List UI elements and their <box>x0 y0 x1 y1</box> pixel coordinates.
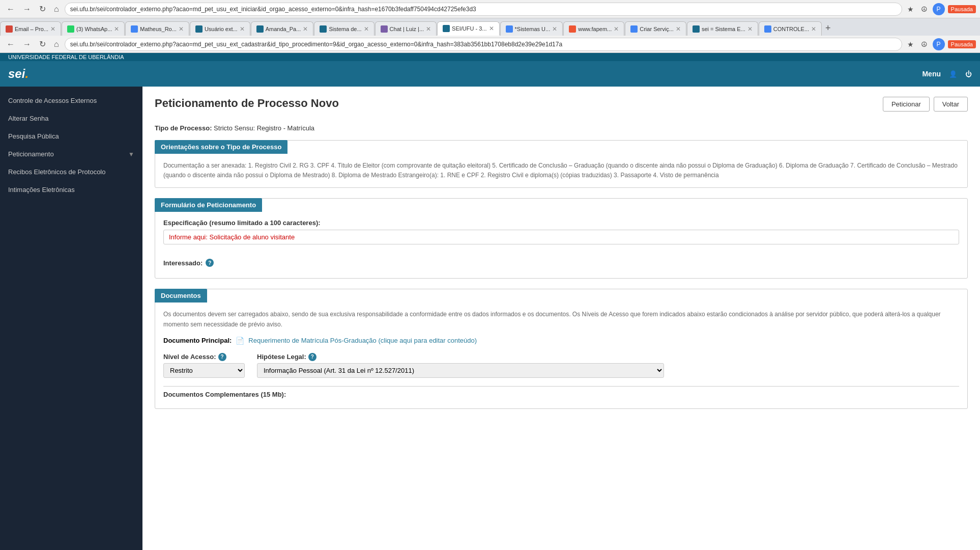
especificacao-input[interactable] <box>163 230 959 244</box>
sidebar-item-pesquisa-publica[interactable]: Pesquisa Pública <box>0 127 142 145</box>
page-title: Peticionamento de Processo Novo <box>155 97 968 110</box>
formulario-header-wrap: Formulário de Peticionamento <box>155 199 967 212</box>
tab-close[interactable]: ✕ <box>303 25 308 33</box>
tab-close[interactable]: ✕ <box>240 25 245 33</box>
sidebar-item-controle-acessos[interactable]: Controle de Acessos Externos <box>0 92 142 109</box>
forward-button[interactable]: → <box>20 4 34 15</box>
tab-sei-active[interactable]: SEI/UFU - 3... ✕ <box>437 21 499 36</box>
doc-principal-row: Documento Principal: 📄 Requerimento de M… <box>163 337 959 345</box>
formulario-content: Especificação (resumo limitado a 100 car… <box>155 212 967 278</box>
formulario-section: Formulário de Peticionamento Especificaç… <box>155 198 968 279</box>
sidebar-item-alterar-senha[interactable]: Alterar Senha <box>0 109 142 127</box>
pause-button[interactable]: Pausada <box>948 5 976 13</box>
tab-label: Matheus_Ro... <box>140 26 177 32</box>
tab-close[interactable]: ✕ <box>811 25 816 33</box>
nivel-acesso-select[interactable]: Restrito Público Sigiloso <box>163 363 245 378</box>
divider <box>163 386 959 387</box>
forward-button-2[interactable]: → <box>20 39 34 50</box>
tab-sistema[interactable]: Sistema de... ✕ <box>314 21 374 36</box>
tab-sei-sistema[interactable]: sei = Sistema E... ✕ <box>687 21 758 36</box>
documentos-header: Documentos <box>155 289 207 302</box>
tab-close[interactable]: ✕ <box>489 25 494 32</box>
tab-favicon <box>569 25 576 33</box>
hipotese-help-icon[interactable]: ? <box>308 353 316 361</box>
sidebar-item-intimacoes[interactable]: Intimações Eletrônicas <box>0 181 142 199</box>
tab-favicon <box>256 25 264 33</box>
reload-button[interactable]: ↻ <box>37 3 48 15</box>
sidebar-item-peticionamento[interactable]: Peticionamento ▼ <box>0 145 142 163</box>
extensions-button-2[interactable]: ☮ <box>919 39 930 49</box>
tab-label: Email – Pro... <box>15 26 48 32</box>
tab-amanda[interactable]: Amanda_Pa... ✕ <box>251 21 314 36</box>
nivel-acesso-label: Nível de Acesso: ? <box>163 353 245 361</box>
tab-label: Chat | Luiz |... <box>390 26 424 32</box>
home-button-2[interactable]: ⌂ <box>51 39 62 50</box>
orientacoes-header: Orientações sobre o Tipo de Processo <box>155 140 287 154</box>
back-button-2[interactable]: ← <box>4 39 17 50</box>
nivel-acesso-label-text: Nível de Acesso: <box>163 353 216 361</box>
orientacoes-content: Documentação a ser anexada: 1. Registro … <box>155 154 967 187</box>
peticionar-button[interactable]: Peticionar <box>883 97 930 112</box>
tab-close[interactable]: ✕ <box>614 25 619 33</box>
sidebar-item-recibos[interactable]: Recibos Eletrônicos de Protocolo <box>0 163 142 181</box>
sei-app: UNIVERSIDADE FEDERAL DE UBERLÂNDIA sei. … <box>0 53 980 550</box>
browser-toolbar-bottom: ← → ↻ ⌂ ★ ☮ P Pausada <box>0 36 980 53</box>
home-button[interactable]: ⌂ <box>51 4 62 15</box>
header-right: Menu 👤 ⏻ <box>922 70 972 78</box>
tab-chat[interactable]: Chat | Luiz |... ✕ <box>375 21 437 36</box>
tab-email[interactable]: Email – Pro... ✕ <box>0 21 61 36</box>
orientacoes-section: Orientações sobre o Tipo de Processo Doc… <box>155 140 968 188</box>
tab-close[interactable]: ✕ <box>552 25 557 33</box>
menu-button[interactable]: Menu <box>922 70 941 78</box>
url-bar-bottom[interactable] <box>65 38 902 51</box>
url-bar-top[interactable] <box>65 3 902 16</box>
documentos-header-wrap: Documentos <box>155 289 967 302</box>
hipotese-select[interactable]: Informação Pessoal (Art. 31 da Lei nº 12… <box>257 363 664 378</box>
voltar-button[interactable]: Voltar <box>934 97 968 112</box>
tab-label: CONTROLE... <box>773 26 809 32</box>
tab-sistemas[interactable]: *Sistemas U... ✕ <box>500 21 563 36</box>
tab-favicon <box>195 25 203 33</box>
profile-button-2[interactable]: P <box>933 38 945 50</box>
user-icon[interactable]: 👤 <box>949 70 957 78</box>
tab-whatsapp[interactable]: (3) WhatsAp... ✕ <box>62 21 125 36</box>
profile-button[interactable]: P <box>933 3 945 15</box>
tipo-processo-label: Tipo de Processo: <box>155 124 212 132</box>
power-icon[interactable]: ⏻ <box>965 70 972 78</box>
chevron-down-icon: ▼ <box>128 151 134 158</box>
tab-label: Amanda_Pa... <box>266 26 301 32</box>
document-icon: 📄 <box>236 337 244 345</box>
tab-close[interactable]: ✕ <box>676 25 681 33</box>
ufu-banner-text: UNIVERSIDADE FEDERAL DE UBERLÂNDIA <box>8 54 124 60</box>
especificacao-label: Especificação (resumo limitado a 100 car… <box>163 219 959 227</box>
tab-close[interactable]: ✕ <box>50 25 55 33</box>
bookmark-button-2[interactable]: ★ <box>905 39 916 49</box>
tab-close[interactable]: ✕ <box>426 25 431 33</box>
doc-description: Os documentos devem ser carregados abaix… <box>163 310 959 329</box>
tab-label: (3) WhatsAp... <box>76 26 112 32</box>
pause-button-2[interactable]: Pausada <box>948 40 976 48</box>
tab-label: www.fapem... <box>578 26 612 32</box>
tab-favicon <box>131 25 138 33</box>
tab-close[interactable]: ✕ <box>747 25 753 33</box>
tab-criar[interactable]: Criar Serviç... ✕ <box>625 21 686 36</box>
reload-button-2[interactable]: ↻ <box>37 38 48 50</box>
new-tab-button[interactable]: + <box>822 23 834 34</box>
back-button[interactable]: ← <box>4 4 17 15</box>
tab-close[interactable]: ✕ <box>114 25 119 33</box>
nivel-acesso-help-icon[interactable]: ? <box>218 353 226 361</box>
extensions-button[interactable]: ☮ <box>919 4 930 14</box>
tab-controle[interactable]: CONTROLE... ✕ <box>759 21 822 36</box>
tab-fapem[interactable]: www.fapem... ✕ <box>563 21 624 36</box>
interessado-help-icon[interactable]: ? <box>206 259 214 267</box>
tab-close[interactable]: ✕ <box>364 25 369 33</box>
tab-close[interactable]: ✕ <box>179 25 184 33</box>
hipotese-label: Hipótese Legal: ? <box>257 353 664 361</box>
tab-usuario[interactable]: Usuário ext... ✕ <box>190 21 250 36</box>
tipo-processo-row: Tipo de Processo: Stricto Sensu: Registr… <box>155 124 968 132</box>
sei-logo: sei. <box>8 67 28 81</box>
bookmark-button[interactable]: ★ <box>905 4 916 14</box>
doc-principal-link[interactable]: Requerimento de Matrícula Pós-Graduação … <box>248 337 477 344</box>
tab-matheus[interactable]: Matheus_Ro... ✕ <box>125 21 189 36</box>
tab-favicon <box>693 25 700 33</box>
